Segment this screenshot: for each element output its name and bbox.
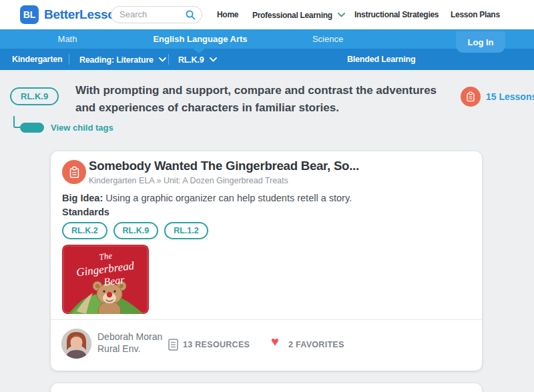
heart-icon[interactable]: ♥ — [271, 335, 279, 348]
book-cover-image[interactable]: The Gingerbread Bear — [62, 245, 149, 314]
standard-code-text: RL.K.9 — [21, 91, 48, 101]
nav-professional-learning[interactable]: Professional Learning — [252, 10, 345, 20]
card-footer-divider — [51, 319, 482, 320]
log-in-label: Log In — [468, 37, 494, 47]
view-child-tags-toggle[interactable] — [20, 123, 44, 133]
nav-instructional-strategies-label: Instructional Strategies — [354, 10, 439, 19]
standard-tag[interactable]: RL.K.2 — [62, 222, 107, 239]
search-input[interactable] — [119, 7, 183, 21]
filter-standard-label: RL.K.9 — [178, 55, 204, 65]
filter-standard[interactable]: RL.K.9 — [178, 55, 217, 65]
big-idea-text: Using a graphic organizer can help stude… — [103, 193, 352, 203]
clipboard-icon — [465, 91, 476, 102]
clipboard-icon — [68, 166, 81, 179]
nav-home-label: Home — [217, 10, 238, 19]
filter-strand[interactable]: Reading: Literature — [79, 55, 166, 65]
filter-grade[interactable]: Kindergarten — [12, 55, 62, 64]
subject-nav-bar: Math English Language Arts Science — [0, 29, 534, 49]
book-title-line1: The — [99, 251, 113, 262]
favorites-count: 2 FAVORITES — [288, 340, 344, 349]
search-box[interactable] — [111, 6, 202, 23]
betterlesson-page: BL BetterLesson Home Professional Learni… — [0, 0, 534, 392]
nav-lesson-plans[interactable]: Lesson Plans — [451, 10, 500, 19]
author-location: Rural Env. — [97, 343, 162, 355]
standards-tag-row: RL.K.2 RL.K.9 RL.1.2 — [62, 222, 208, 239]
standards-heading: Standards — [62, 207, 109, 217]
resources-icon — [168, 339, 178, 353]
nav-lesson-plans-label: Lesson Plans — [451, 10, 500, 19]
big-idea-label: Big Idea: — [62, 193, 103, 203]
lessons-count-icon — [461, 87, 481, 107]
author-name: Deborah Moran — [97, 331, 162, 343]
filter-nav-bar: Kindergarten Reading: Literature RL.K.9 … — [0, 49, 534, 70]
standard-tag[interactable]: RL.K.9 — [113, 222, 159, 239]
standard-tag[interactable]: RL.1.2 — [164, 222, 208, 239]
filter-blended-learning[interactable]: Blended Learning — [347, 55, 415, 64]
top-header: BL BetterLesson Home Professional Learni… — [0, 0, 534, 29]
bl-logo[interactable]: BL — [20, 5, 39, 24]
chevron-down-icon — [159, 55, 166, 64]
lesson-breadcrumb[interactable]: Kindergarten ELA » Unit: A Dozen Gingerb… — [89, 176, 288, 185]
lesson-type-icon — [62, 160, 86, 184]
chevron-down-icon — [210, 55, 217, 64]
resources-count: 13 RESOURCES — [183, 340, 250, 349]
lesson-title[interactable]: Somebody Wanted The Gingerbread Bear, So… — [89, 159, 359, 173]
active-tab-pointer — [193, 49, 205, 53]
author-avatar[interactable] — [61, 329, 91, 359]
subject-tab-english-language-arts[interactable]: English Language Arts — [153, 34, 247, 44]
nav-professional-learning-label: Professional Learning — [252, 11, 332, 20]
lesson-card: Somebody Wanted The Gingerbread Bear, So… — [51, 151, 482, 371]
chevron-down-icon — [338, 10, 345, 19]
lessons-count-link[interactable]: 15 Lessons — [486, 91, 534, 102]
next-lesson-card-partial[interactable] — [51, 383, 482, 392]
author-info[interactable]: Deborah Moran Rural Env. — [97, 331, 162, 355]
separator — [168, 54, 169, 65]
view-child-tags-label[interactable]: View child tags — [51, 123, 113, 133]
log-in-button[interactable]: Log In — [456, 31, 505, 53]
nav-home[interactable]: Home — [217, 10, 238, 19]
nav-instructional-strategies[interactable]: Instructional Strategies — [354, 10, 439, 19]
search-icon[interactable] — [185, 9, 196, 23]
standard-code-badge[interactable]: RL.K.9 — [10, 87, 59, 105]
filter-strand-label: Reading: Literature — [79, 55, 154, 65]
standard-description: With prompting and support, compare and … — [75, 82, 457, 117]
subject-tab-science[interactable]: Science — [312, 34, 343, 44]
subject-tab-math[interactable]: Math — [58, 34, 77, 44]
big-idea-line: Big Idea: Using a graphic organizer can … — [62, 193, 352, 203]
separator — [69, 54, 69, 65]
bl-logo-text: BL — [23, 9, 36, 20]
